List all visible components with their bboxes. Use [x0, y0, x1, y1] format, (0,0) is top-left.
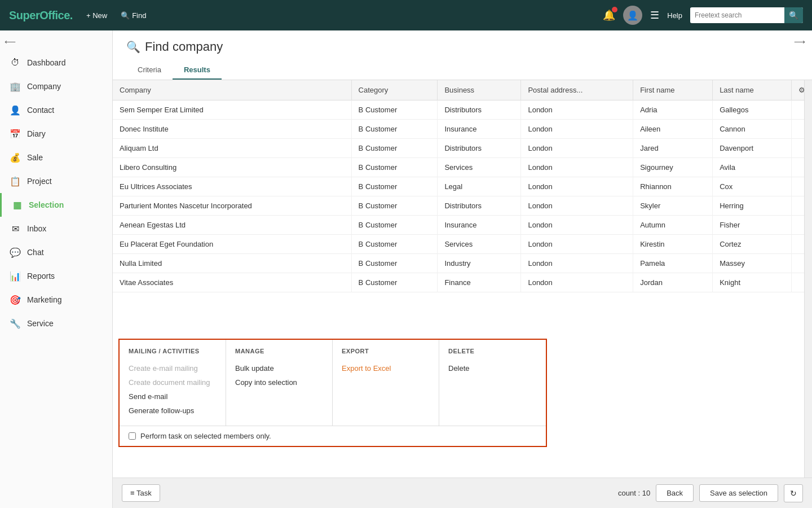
table-row[interactable]: Libero ConsultingB CustomerServicesLondo… [113, 158, 812, 177]
cell-category: B Customer [351, 216, 438, 235]
sidebar-item-contact[interactable]: 👤 Contact [0, 98, 112, 122]
sidebar-item-project[interactable]: 📋 Project [0, 169, 112, 193]
task-item-0-0: Create e-mail mailing [129, 361, 217, 375]
panel-collapse-right[interactable]: ⟶ [794, 37, 805, 46]
task-col-header-0: MAILING / ACTIVITIES [129, 348, 217, 354]
cell-lastname: Avila [713, 158, 792, 177]
service-icon: 🔧 [9, 317, 21, 330]
project-icon: 📋 [9, 175, 21, 187]
sidebar-item-service[interactable]: 🔧 Service [0, 312, 112, 335]
cell-postal: London [521, 254, 633, 273]
tabs-bar: CriteriaResults [126, 61, 798, 80]
sidebar-item-dashboard[interactable]: ⏱ Dashboard [0, 51, 112, 75]
app-logo[interactable]: SuperOffice. [9, 9, 73, 22]
cell-postal: London [521, 235, 633, 254]
cell-category: B Customer [351, 196, 438, 216]
help-button[interactable]: Help [667, 11, 682, 20]
table-row[interactable]: Parturient Montes Nascetur IncorporatedB… [113, 196, 812, 216]
scrollbar[interactable] [804, 80, 812, 478]
results-table-area: CompanyCategoryBusinessPostal address...… [113, 80, 812, 478]
refresh-button[interactable]: ↻ [784, 484, 803, 502]
freetext-search-box: 🔍 [690, 7, 803, 23]
task-item-1-1[interactable]: Copy into selection [235, 375, 323, 389]
cell-business: Distributors [438, 139, 521, 158]
save-as-selection-button[interactable]: Save as selection [699, 484, 778, 502]
sidebar-label-company: Company [27, 82, 61, 91]
cell-lastname: Gallegos [713, 100, 792, 120]
find-label: Find [132, 11, 146, 20]
cell-category: B Customer [351, 273, 438, 292]
cell-business: Insurance [438, 120, 521, 139]
cell-lastname: Fisher [713, 216, 792, 235]
table-row[interactable]: Aenean Egestas LtdB CustomerInsuranceLon… [113, 216, 812, 235]
cell-category: B Customer [351, 139, 438, 158]
avatar[interactable]: 👤 [623, 6, 642, 25]
cell-firstname: Pamela [633, 254, 713, 273]
task-col-header-3: DELETE [448, 348, 537, 354]
sidebar-item-marketing[interactable]: 🎯 Marketing [0, 288, 112, 312]
cell-firstname: Kirestin [633, 235, 713, 254]
task-item-1-0[interactable]: Bulk update [235, 361, 323, 375]
main-header: 🔍 Find company CriteriaResults ⟶ [113, 30, 812, 80]
table-row[interactable]: Aliquam LtdB CustomerDistributorsLondonJ… [113, 139, 812, 158]
task-item-2-0[interactable]: Export to Excel [342, 361, 430, 375]
table-row[interactable]: Sem Semper Erat LimitedB CustomerDistrib… [113, 100, 812, 120]
sidebar-item-selection[interactable]: ▦ Selection [0, 193, 112, 217]
results-table: CompanyCategoryBusinessPostal address...… [113, 80, 812, 292]
task-col-3: DELETEDelete [439, 340, 546, 426]
col-header-business[interactable]: Business [438, 80, 521, 100]
cell-company: Donec Institute [113, 120, 351, 139]
cell-postal: London [521, 120, 633, 139]
new-button[interactable]: + New [86, 11, 107, 20]
cell-category: B Customer [351, 254, 438, 273]
table-row[interactable]: Vitae AssociatesB CustomerFinanceLondonJ… [113, 273, 812, 292]
task-button[interactable]: ≡ Task [122, 484, 160, 502]
topnav-right: 🔔 👤 ☰ Help 🔍 [603, 6, 803, 25]
col-header-firstname[interactable]: First name [633, 80, 713, 100]
freetext-search-button[interactable]: 🔍 [784, 7, 803, 23]
contact-icon: 👤 [9, 104, 21, 116]
col-header-lastname[interactable]: Last name [713, 80, 792, 100]
menu-button[interactable]: ☰ [650, 9, 659, 21]
task-item-0-3[interactable]: Generate follow-ups [129, 404, 217, 418]
search-icon: 🔍 [126, 40, 140, 54]
table-row[interactable]: Donec InstituteB CustomerInsuranceLondon… [113, 120, 812, 139]
find-button[interactable]: 🔍 Find [121, 11, 146, 20]
task-col-2: EXPORTExport to Excel [333, 340, 439, 426]
col-header-category[interactable]: Category [351, 80, 438, 100]
count-label: count : 10 [618, 489, 650, 497]
table-row[interactable]: Eu Placerat Eget FoundationB CustomerSer… [113, 235, 812, 254]
cell-postal: London [521, 177, 633, 196]
task-item-0-2[interactable]: Send e-mail [129, 389, 217, 404]
cell-firstname: Jared [633, 139, 713, 158]
sidebar-item-diary[interactable]: 📅 Diary [0, 122, 112, 146]
tab-criteria[interactable]: Criteria [126, 61, 173, 80]
back-button[interactable]: Back [656, 484, 694, 502]
col-header-postal[interactable]: Postal address... [521, 80, 633, 100]
freetext-search-input[interactable] [690, 8, 784, 23]
perform-task-label[interactable]: Perform task on selected members only. [140, 432, 271, 440]
sidebar-collapse-button[interactable]: ⟵ [5, 37, 16, 46]
cell-lastname: Davenport [713, 139, 792, 158]
sidebar-item-inbox[interactable]: ✉ Inbox [0, 217, 112, 240]
sidebar-item-reports[interactable]: 📊 Reports [0, 264, 112, 288]
table-row[interactable]: Nulla LimitedB CustomerIndustryLondonPam… [113, 254, 812, 273]
cell-postal: London [521, 273, 633, 292]
perform-task-checkbox[interactable] [129, 432, 136, 440]
table-row[interactable]: Eu Ultrices AssociatesB CustomerLegalLon… [113, 177, 812, 196]
notifications-button[interactable]: 🔔 [603, 9, 615, 21]
reports-icon: 📊 [9, 270, 21, 282]
sidebar-item-company[interactable]: 🏢 Company [0, 75, 112, 98]
tab-results[interactable]: Results [173, 61, 222, 80]
sidebar-label-service: Service [27, 319, 54, 328]
cell-business: Insurance [438, 216, 521, 235]
cell-postal: London [521, 196, 633, 216]
cell-firstname: Skyler [633, 196, 713, 216]
main-layout: ⟵ ⏱ Dashboard 🏢 Company 👤 Contact 📅 Diar… [0, 30, 812, 508]
sidebar-item-sale[interactable]: 💰 Sale [0, 146, 112, 169]
sidebar-item-chat[interactable]: 💬 Chat [0, 240, 112, 264]
col-header-company[interactable]: Company [113, 80, 351, 100]
diary-icon: 📅 [9, 128, 21, 140]
task-item-3-0[interactable]: Delete [448, 361, 537, 375]
cell-category: B Customer [351, 235, 438, 254]
